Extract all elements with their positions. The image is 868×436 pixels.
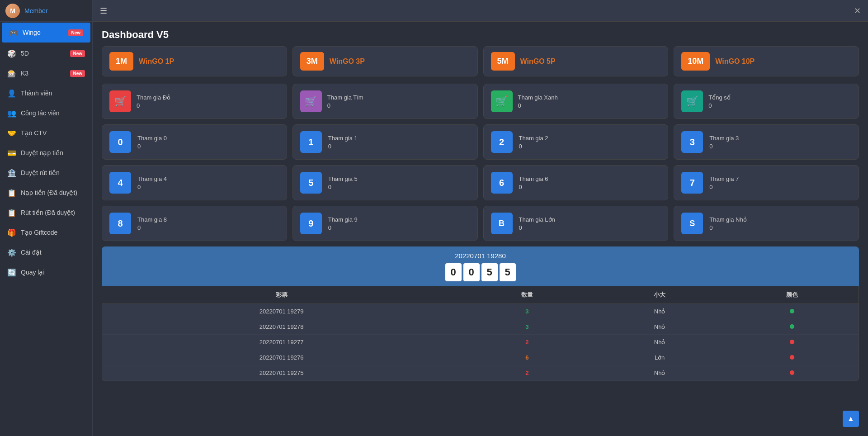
number-card-6: 6 Tham gia 6 0 — [483, 165, 669, 200]
sidebar: M Member 🎮 Wingo New 🎲 5D New 🎰 K3 New 👤… — [0, 0, 93, 436]
game-tab-10m[interactable]: 10M WinGO 10P — [674, 46, 859, 76]
color-dot — [726, 304, 859, 319]
game-tab-3m[interactable]: 3M WinGO 3P — [292, 46, 478, 76]
sidebar-item-duyet-rut-tien[interactable]: 🏦 Duyệt rút tiền — [0, 163, 92, 183]
color-dot — [726, 365, 859, 381]
stat-value-xanh: 0 — [518, 102, 558, 109]
size-value: Lớn — [593, 350, 726, 365]
sidebar-item-5d[interactable]: 🎲 5D New — [0, 43, 92, 63]
number-badge-4: 4 — [109, 172, 131, 194]
number-badge-7: 7 — [681, 172, 703, 194]
game-tab-1m[interactable]: 1M WinGO 1P — [102, 46, 287, 76]
ticket-id: 20220701 19275 — [102, 365, 461, 381]
results-table-container: 彩票 数量 小大 颜色 20220701 19279 3 Nhỏ 2022070… — [102, 286, 859, 381]
color-dot — [726, 335, 859, 350]
close-icon[interactable]: ✕ — [854, 6, 861, 16]
game-tab-badge-1m: 1M — [109, 52, 133, 71]
sidebar-item-label: Thành viên — [21, 90, 52, 97]
number-card-0: 0 Tham gia 0 0 — [102, 124, 287, 160]
sidebar-item-cong-tac-vien[interactable]: 👥 Công tác viên — [0, 103, 92, 123]
number-card-b: B Tham gia Lớn 0 — [483, 206, 669, 241]
sidebar-item-label: Công tác viên — [21, 109, 60, 117]
number-badge-1: 1 — [300, 131, 322, 153]
number-card-7: 7 Tham gia 7 0 — [674, 165, 859, 200]
size-value: Nhỏ — [593, 304, 726, 319]
size-value: Nhỏ — [593, 365, 726, 381]
cart-red-icon: 🛒 — [109, 90, 131, 112]
sidebar-item-cai-dat[interactable]: ⚙️ Cài đặt — [0, 242, 92, 262]
game-tab-badge-3m: 3M — [300, 52, 324, 71]
sidebar-item-thanh-vien[interactable]: 👤 Thành viên — [0, 83, 92, 103]
game-tab-label-10m: WinGO 10P — [715, 57, 755, 66]
sidebar-item-label: Cài đặt — [21, 249, 42, 256]
table-header-row: 彩票 数量 小大 颜色 — [102, 286, 859, 304]
sidebar-item-tao-giftcode[interactable]: 🎁 Tạo Giftcode — [0, 223, 92, 242]
stat-card-do: 🛒 Tham gia Đỏ 0 — [102, 84, 287, 119]
color-dot — [726, 319, 859, 335]
game-tabs: 1M WinGO 1P 3M WinGO 3P 5M WinGO 5P 10M … — [93, 46, 868, 84]
game-tab-badge-10m: 10M — [681, 52, 710, 71]
5d-badge: New — [70, 50, 85, 57]
avatar: M — [5, 4, 20, 18]
stat-name-xanh: Tham gia Xanh — [518, 94, 558, 101]
count-value: 2 — [461, 335, 593, 350]
back-icon: 🔄 — [7, 268, 16, 277]
timer-section: 20220701 19280 0 0 5 5 — [102, 246, 859, 286]
col-ticket: 彩票 — [102, 286, 461, 304]
number-badge-9: 9 — [300, 213, 322, 234]
sidebar-item-label: K3 — [21, 70, 28, 77]
stat-value-tim: 0 — [327, 102, 363, 109]
color-dot — [726, 350, 859, 365]
withdraw-icon: 🏦 — [7, 168, 16, 177]
game-tab-5m[interactable]: 5M WinGO 5P — [483, 46, 669, 76]
sidebar-item-label: Rút tiền (Đã duyệt) — [21, 209, 75, 216]
scroll-to-top-button[interactable]: ▲ — [843, 411, 859, 427]
stat-name-do: Tham gia Đỏ — [137, 94, 170, 101]
stats-grid: 🛒 Tham gia Đỏ 0 🛒 Tham gia Tím 0 🛒 Tham … — [93, 84, 868, 124]
number-card-s: S Tham gia Nhỏ 0 — [674, 206, 859, 241]
sidebar-item-rut-tien-da-duyet[interactable]: 📋 Rút tiền (Đã duyệt) — [0, 203, 92, 223]
number-badge-s: S — [681, 213, 703, 234]
stat-card-xanh: 🛒 Tham gia Xanh 0 — [483, 84, 669, 119]
number-badge-8: 8 — [109, 213, 131, 234]
sidebar-item-label: 5D — [21, 50, 29, 57]
sidebar-item-label: Duyệt rút tiền — [21, 169, 60, 176]
number-card-8: 8 Tham gia 8 0 — [102, 206, 287, 241]
count-value: 3 — [461, 304, 593, 319]
sidebar-item-nap-tien-da-duyet[interactable]: 📋 Nạp tiền (Đã duyệt) — [0, 183, 92, 203]
page-title: Dashboard V5 — [93, 22, 868, 46]
sidebar-item-k3[interactable]: 🎰 K3 New — [0, 63, 92, 83]
count-value: 3 — [461, 319, 593, 335]
number-card-4: 4 Tham gia 4 0 — [102, 165, 287, 200]
number-card-9: 9 Tham gia 9 0 — [292, 206, 478, 241]
count-value: 6 — [461, 350, 593, 365]
number-badge-2: 2 — [491, 131, 513, 153]
main-content: ☰ ✕ Dashboard V5 1M WinGO 1P 3M WinGO 3P… — [93, 0, 868, 436]
sidebar-item-tao-ctv[interactable]: 🤝 Tạo CTV — [0, 123, 92, 143]
ticket-id: 20220701 19277 — [102, 335, 461, 350]
size-value: Nhỏ — [593, 335, 726, 350]
timer-id: 20220701 19280 — [109, 252, 852, 260]
sidebar-item-label: Duyệt nạp tiền — [21, 149, 63, 156]
list2-icon: 📋 — [7, 208, 16, 217]
table-row: 20220701 19279 3 Nhỏ — [102, 304, 859, 319]
sidebar-header: M Member — [0, 0, 92, 22]
menu-icon[interactable]: ☰ — [100, 6, 107, 16]
stat-name-tim: Tham gia Tím — [327, 94, 363, 101]
gift-icon: 🎁 — [7, 228, 16, 237]
table-row: 20220701 19278 3 Nhỏ — [102, 319, 859, 335]
sidebar-item-label: Quay lại — [21, 269, 45, 276]
k3-icon: 🎰 — [7, 69, 16, 78]
stat-card-tim: 🛒 Tham gia Tím 0 — [292, 84, 478, 119]
size-value: Nhỏ — [593, 319, 726, 335]
sidebar-item-duyet-nap-tien[interactable]: 💳 Duyệt nạp tiền — [0, 143, 92, 163]
cart-green-icon: 🛒 — [491, 90, 513, 112]
count-value: 2 — [461, 365, 593, 381]
ticket-id: 20220701 19278 — [102, 319, 461, 335]
k3-badge: New — [70, 70, 85, 77]
sidebar-item-quay-lai[interactable]: 🔄 Quay lại — [0, 262, 92, 282]
sidebar-item-wingo[interactable]: 🎮 Wingo New — [2, 23, 90, 43]
team-icon: 👥 — [7, 109, 16, 118]
col-color: 颜色 — [726, 286, 859, 304]
sidebar-member-label: Member — [24, 7, 47, 14]
